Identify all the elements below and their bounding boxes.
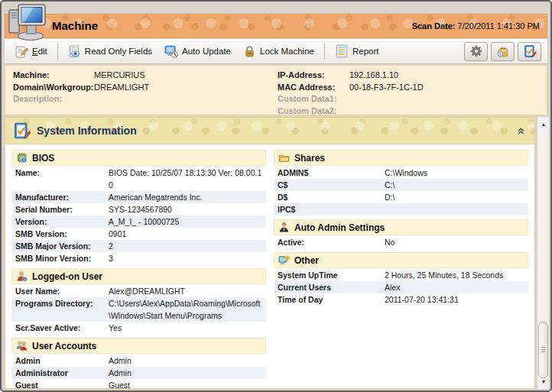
system-information-icon (12, 121, 31, 140)
table-row: Current UsersAlex (274, 281, 528, 293)
tasks-button[interactable] (518, 42, 541, 61)
table-row: Time of Day2011-07-20 13:41:31 (274, 293, 528, 306)
section-header: Shares (274, 150, 528, 166)
section-rows: Name:BIOS Date: 10/25/07 18:13:30 Ver: 0… (11, 166, 266, 264)
field-label: IP-Address: (278, 70, 349, 82)
scroll-up-button[interactable]: ▲ (537, 118, 550, 130)
info-field-machine: Machine:MERCURIUS (13, 70, 149, 82)
row-value: C:\Users\Alex\AppData\Roaming\Microsoft\… (109, 297, 262, 322)
row-value: 0901 (109, 228, 262, 240)
table-row: Programs Directory:C:\Users\Alex\AppData… (11, 297, 266, 322)
field-label: Machine: (13, 70, 94, 82)
page-title: Machine (52, 19, 98, 32)
tools-button[interactable] (491, 42, 515, 61)
field-label: Custom Data2: (278, 105, 349, 118)
row-value: 2 (109, 240, 262, 252)
row-value: D:\ (385, 191, 524, 203)
logged-on-user-icon (16, 271, 28, 282)
row-value: 3 (109, 252, 262, 264)
table-row: User Name:Alex@DREAMLIGHT (11, 285, 266, 297)
report-icon (335, 44, 349, 58)
section-rows: Active:No (274, 235, 528, 248)
row-label: IPC$ (278, 203, 385, 215)
read-only-fields-icon (68, 45, 81, 58)
table-row: Scr.Saver Active:Yes (11, 322, 266, 334)
gear-icon (469, 44, 483, 58)
section-rows: User Name:Alex@DREAMLIGHTPrograms Direct… (11, 284, 266, 334)
scroll-thumb[interactable] (538, 322, 548, 378)
lock-machine-icon (243, 45, 256, 58)
table-row: IPC$ (274, 203, 528, 215)
field-value: MERCURIUS (94, 70, 145, 82)
field-label: Domain\Workgroup: (13, 82, 94, 94)
section-header: User Accounts (11, 338, 266, 354)
sysinfo-column-right: SharesADMIN$C:\WindowsC$C:\D$D:\IPC$Auto… (274, 150, 528, 384)
options-button[interactable] (464, 42, 488, 61)
section-title: Logged-on User (32, 271, 102, 282)
info-field-domain-workgroup: Domain\Workgroup:DREAMLIGHT (13, 82, 149, 94)
table-row: SMB Major Version:2 (11, 240, 266, 252)
row-label: User Name: (15, 285, 109, 297)
edit-button[interactable]: Edit (9, 43, 54, 60)
user-accounts-icon (16, 340, 28, 352)
row-label: Time of Day (278, 293, 385, 306)
section-rows: AdminAdminAdministratorAdminGuestGuestUs… (11, 354, 266, 388)
toolbar-separator (57, 43, 58, 60)
chevron-up-icon (517, 127, 525, 135)
section-title: Other (294, 255, 319, 266)
scan-date-label: Scan Date: (412, 21, 456, 31)
row-value: Guest (109, 379, 262, 388)
field-value: 00-18-F3-7F-1C-1D (349, 82, 424, 94)
section-header: Logged-on User (11, 268, 266, 284)
toolbar: EditRead Only FieldsAuto UpdateLock Mach… (5, 39, 547, 64)
table-row: AdminAdmin (11, 355, 266, 367)
system-information-body: BIOSName:BIOS Date: 10/25/07 18:13:30 Ve… (5, 145, 534, 388)
sysinfo-column-left: BIOSName:BIOS Date: 10/25/07 18:13:30 Ve… (11, 150, 266, 384)
section-rows: System UpTime2 Hours, 25 Minutes, 18 Sec… (274, 268, 528, 306)
row-value: SYS-1234567890 (109, 203, 262, 215)
row-label: Name: (15, 167, 109, 191)
row-label: Serial Number: (15, 203, 109, 215)
clipboard-check-icon (523, 44, 537, 58)
row-label: Admin (15, 355, 109, 367)
section-group-title: System Information (37, 125, 137, 137)
row-label: SMB Major Version: (15, 240, 109, 252)
section-auto-admin-settings: Auto Admin SettingsActive:No (274, 219, 528, 248)
table-row: AdministratorAdmin (11, 367, 266, 379)
lock-machine-button[interactable]: Lock Machine (237, 43, 320, 60)
row-label: Manufacturer: (15, 191, 109, 203)
bios-icon (16, 152, 28, 164)
shares-icon (278, 152, 290, 164)
info-field-mac-address: MAC Address:00-18-F3-7F-1C-1D (278, 82, 424, 94)
row-value: A_M_I_ - 10000725 (109, 215, 262, 228)
row-label: Guest (15, 379, 109, 388)
toolbar-button-label: Lock Machine (260, 47, 314, 56)
info-field-custom-data1: Custom Data1: (278, 93, 424, 105)
vertical-scrollbar[interactable]: ▲ ▼ (537, 117, 549, 389)
section-other: OtherSystem UpTime2 Hours, 25 Minutes, 1… (274, 252, 528, 306)
row-value: American Megatrends Inc. (109, 191, 262, 203)
edit-icon (15, 45, 28, 58)
row-label: SMB Version: (15, 228, 109, 240)
machine-info-panel: Machine:MERCURIUSDomain\Workgroup:DREAML… (5, 65, 547, 115)
row-label: Current Users (278, 281, 385, 293)
scroll-down-button[interactable]: ▼ (537, 376, 550, 387)
section-title: Shares (294, 153, 325, 164)
row-label: Version: (15, 215, 109, 228)
section-bios: BIOSName:BIOS Date: 10/25/07 18:13:30 Ve… (11, 150, 266, 264)
table-row: C$C:\ (274, 179, 528, 191)
field-label: MAC Address: (278, 82, 349, 94)
collapse-section-button[interactable] (514, 124, 528, 138)
system-information-header: System Information (5, 118, 534, 144)
row-value: No (385, 236, 524, 248)
read-only-fields-button[interactable]: Read Only Fields (62, 43, 158, 60)
section-header: Other (274, 252, 528, 268)
row-label: Active: (278, 236, 385, 248)
row-value: 2011-07-20 13:41:31 (385, 293, 524, 306)
computer-icon (8, 3, 49, 41)
report-button[interactable]: Report (329, 42, 385, 60)
auto-update-button[interactable]: Auto Update (158, 42, 237, 60)
field-label: Description: (13, 93, 94, 105)
table-row: Name:BIOS Date: 10/25/07 18:13:30 Ver: 0… (11, 167, 266, 191)
table-row: System UpTime2 Hours, 25 Minutes, 18 Sec… (274, 269, 528, 281)
